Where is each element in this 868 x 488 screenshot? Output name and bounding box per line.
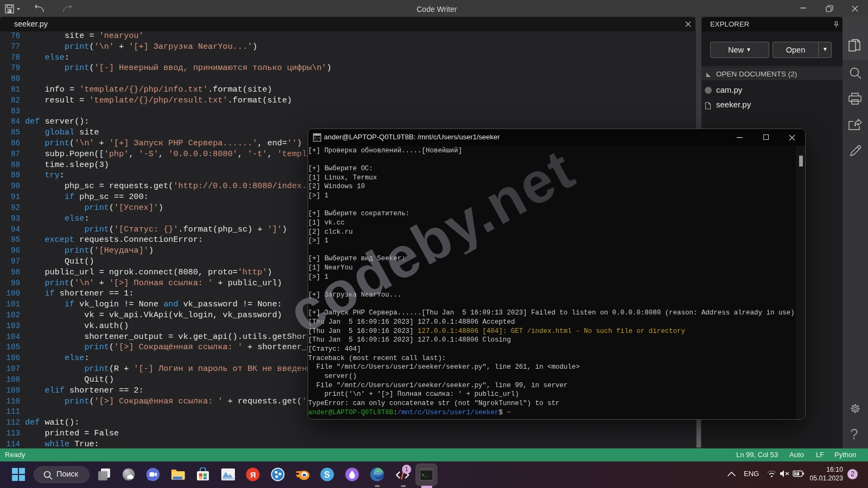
svg-text:>_: >_ xyxy=(422,473,427,478)
svg-text:Я: Я xyxy=(250,470,256,479)
svg-text:C:\: C:\ xyxy=(314,137,321,140)
svg-text:S: S xyxy=(324,470,330,479)
